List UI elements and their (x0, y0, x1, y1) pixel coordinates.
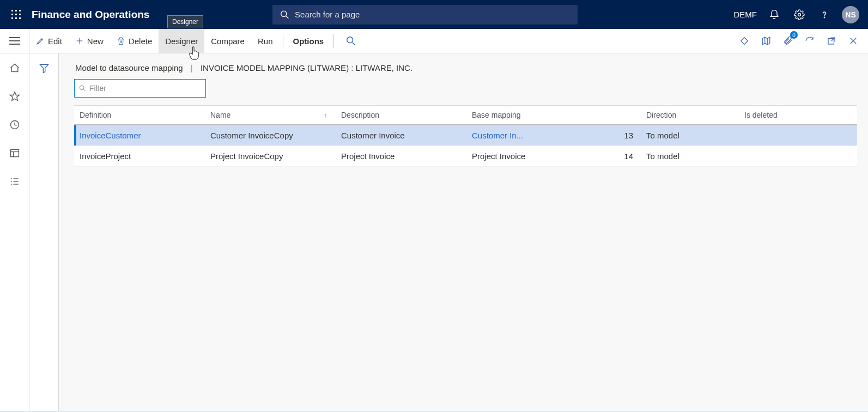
search-input[interactable] (295, 10, 570, 19)
recent-icon[interactable] (8, 118, 22, 132)
filter-pane-strip (29, 53, 59, 412)
header-right: DEMF NS (734, 6, 863, 23)
trash-icon (117, 37, 125, 45)
cell-num: 13 (586, 131, 641, 140)
settings-icon[interactable] (792, 7, 807, 22)
svg-marker-40 (40, 64, 48, 72)
user-avatar[interactable]: NS (842, 6, 859, 23)
svg-rect-6 (11, 17, 13, 19)
nav-toggle-icon[interactable] (0, 29, 29, 53)
delete-button[interactable]: Delete (110, 29, 159, 53)
map-icon[interactable] (758, 33, 774, 49)
col-description[interactable]: Description (336, 111, 466, 119)
action-buttons: Edit New Delete Designer Compare Run Opt… (29, 29, 365, 53)
search-icon (346, 36, 356, 46)
filter-input[interactable] (89, 84, 201, 93)
new-button[interactable]: New (69, 29, 110, 53)
options-button[interactable]: Options (287, 29, 331, 53)
search-icon (280, 10, 289, 20)
compare-label: Compare (211, 37, 245, 46)
attach-badge: 0 (790, 31, 798, 39)
favorites-icon[interactable] (8, 89, 22, 104)
app-launcher-icon[interactable] (5, 4, 27, 26)
col-direction[interactable]: Direction (641, 111, 739, 119)
svg-rect-0 (11, 10, 13, 11)
run-label: Run (258, 37, 273, 46)
svg-rect-22 (741, 38, 748, 45)
notifications-icon[interactable] (767, 7, 782, 22)
breadcrumb-part1: Model to datasource mapping (75, 63, 183, 72)
svg-point-41 (80, 86, 84, 90)
svg-rect-4 (15, 14, 17, 15)
grid-body: InvoiceCustomerCustomer InvoiceCopyCusto… (74, 125, 857, 167)
cell-name: Customer InvoiceCopy (205, 131, 336, 140)
col-name[interactable]: Name↑ (205, 111, 336, 119)
svg-rect-1 (15, 10, 17, 11)
new-label: New (87, 37, 104, 46)
run-button[interactable]: Run (251, 29, 280, 53)
cell-direction: To model (641, 152, 739, 161)
breadcrumb-sep: | (191, 63, 193, 72)
funnel-icon[interactable] (37, 61, 51, 75)
cell-description: Customer Invoice (336, 131, 466, 140)
action-right: 0 (736, 33, 868, 49)
close-icon[interactable] (845, 33, 861, 49)
pencil-icon (36, 37, 45, 45)
home-icon[interactable] (8, 61, 22, 75)
action-bar: Edit New Delete Designer Compare Run Opt… (0, 29, 868, 53)
help-icon[interactable] (817, 7, 832, 22)
cell-definition: InvoiceCustomer (74, 131, 205, 140)
options-label: Options (293, 37, 324, 46)
breadcrumb: Model to datasource mapping | INVOICE MO… (74, 61, 857, 79)
search-icon (79, 84, 86, 92)
svg-line-21 (353, 43, 355, 45)
delete-label: Delete (129, 37, 152, 46)
action-search-button[interactable] (337, 29, 365, 53)
compare-button[interactable]: Compare (204, 29, 251, 53)
svg-rect-31 (10, 149, 19, 156)
designer-button[interactable]: Designer (159, 29, 204, 53)
col-is-deleted[interactable]: Is deleted (739, 111, 857, 119)
search-box[interactable] (272, 5, 578, 25)
popout-icon[interactable] (823, 33, 840, 49)
cell-direction: To model (641, 131, 739, 140)
workspaces-icon[interactable] (8, 146, 22, 160)
svg-line-10 (286, 16, 288, 18)
modules-icon[interactable] (8, 174, 22, 189)
table-row[interactable]: InvoiceProjectProject InvoiceCopyProject… (74, 146, 857, 167)
diamond-icon[interactable] (736, 33, 752, 49)
cell-name: Project InvoiceCopy (205, 152, 336, 161)
company-code[interactable]: DEMF (734, 10, 757, 19)
svg-point-11 (798, 13, 801, 16)
cell-description: Project Invoice (336, 152, 466, 161)
refresh-icon[interactable] (802, 33, 818, 49)
filter-input-wrap[interactable] (74, 79, 206, 98)
svg-point-9 (281, 11, 287, 16)
col-definition[interactable]: Definition (74, 111, 205, 119)
action-separator (283, 34, 283, 48)
breadcrumb-part2: INVOICE MODEL MAPPING (LITWARE) : LITWAR… (201, 63, 412, 72)
grid: Definition Name↑ Description Base mappin… (74, 105, 857, 167)
action-separator-2 (333, 34, 334, 48)
edit-button[interactable]: Edit (29, 29, 69, 53)
cell-definition: InvoiceProject (74, 152, 205, 161)
grid-header: Definition Name↑ Description Base mappin… (74, 106, 857, 125)
svg-rect-8 (19, 17, 21, 19)
table-row[interactable]: InvoiceCustomerCustomer InvoiceCopyCusto… (74, 125, 857, 146)
designer-tooltip: Designer (167, 15, 203, 28)
col-base-mapping[interactable]: Base mapping (466, 111, 586, 119)
side-nav (0, 53, 29, 412)
cell-base-mapping: Project Invoice (466, 152, 586, 161)
svg-rect-3 (11, 14, 13, 15)
cell-base-mapping: Customer In... (466, 131, 586, 140)
svg-rect-5 (19, 14, 21, 15)
svg-point-20 (347, 37, 353, 43)
top-header: Finance and Operations Designer DEMF NS (0, 0, 868, 29)
sort-asc-icon: ↑ (324, 112, 327, 118)
attach-icon[interactable]: 0 (780, 33, 796, 49)
designer-label: Designer (165, 37, 198, 46)
main-area: Model to datasource mapping | INVOICE MO… (0, 53, 868, 412)
svg-marker-29 (10, 92, 19, 101)
cell-num: 14 (586, 152, 641, 161)
content: Model to datasource mapping | INVOICE MO… (59, 53, 868, 412)
